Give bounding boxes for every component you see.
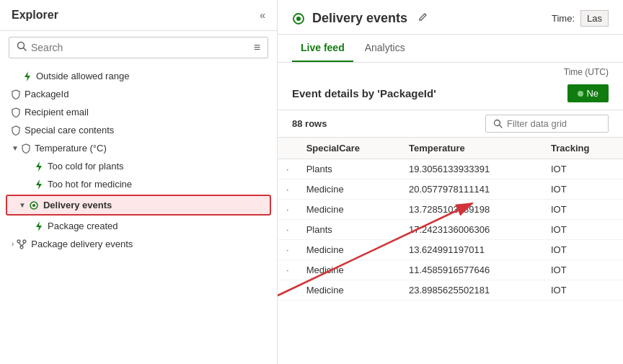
row-temperature: 11.4585916577646 — [400, 260, 542, 280]
svg-line-16 — [500, 125, 503, 128]
sidebar-header: Explorer « — [0, 0, 277, 31]
main-title: Delivery events — [312, 11, 407, 26]
tabs: Live feed Analytics — [278, 35, 623, 63]
sidebar-item-delivery-events[interactable]: ▼ Delivery events — [6, 195, 271, 216]
event-details-bar: Event details by 'PackageId' Ne — [278, 77, 623, 110]
sidebar-item-outside-allowed-range[interactable]: Outside allowed range — [0, 67, 277, 85]
bolt-icon — [35, 179, 43, 190]
filter-icon[interactable]: ≡ — [254, 41, 260, 54]
row-tracking: IOT — [542, 260, 623, 280]
svg-marker-4 — [36, 179, 42, 190]
search-icon — [493, 119, 503, 128]
delivery-events-icon — [292, 12, 305, 25]
branch-icon — [17, 239, 27, 249]
header-right: Time: Las — [552, 10, 609, 27]
shield-icon — [12, 125, 20, 136]
row-dot: · — [278, 220, 298, 240]
row-temperature: 13.7285103789198 — [400, 200, 542, 220]
sidebar-item-label: Outside allowed range — [36, 71, 129, 81]
row-dot: · — [278, 240, 298, 260]
row-special-care: Medicine — [298, 280, 400, 301]
col-special-care: SpecialCare — [298, 138, 400, 159]
sidebar-item-label: Recipient email — [25, 107, 89, 117]
bolt-icon — [35, 161, 43, 172]
tab-analytics[interactable]: Analytics — [356, 35, 414, 62]
rows-count: 88 rows — [292, 118, 327, 129]
row-special-care: Medicine — [298, 240, 400, 260]
sidebar-tree: Outside allowed range PackageId Recipien… — [0, 64, 277, 364]
time-label: Time: — [552, 13, 575, 24]
sidebar-item-too-cold[interactable]: Too cold for plants — [0, 157, 277, 175]
table-row[interactable]: · Medicine 13.624991197011 IOT — [278, 240, 623, 260]
row-dot: · — [278, 280, 298, 301]
filter-input-wrapper[interactable] — [485, 115, 609, 133]
table-row[interactable]: · Medicine 13.7285103789198 IOT — [278, 200, 623, 220]
data-table: SpecialCare Temperature Tracking · Plant… — [278, 138, 623, 364]
row-dot: · — [278, 260, 298, 280]
sidebar-item-packageid[interactable]: PackageId — [0, 85, 277, 103]
svg-point-9 — [23, 240, 26, 243]
row-temperature: 17.2423136006306 — [400, 220, 542, 240]
sidebar-item-label: PackageId — [25, 89, 69, 99]
row-tracking: IOT — [542, 220, 623, 240]
time-value: Las — [580, 10, 609, 27]
row-tracking: IOT — [542, 159, 623, 179]
search-bar[interactable]: ≡ — [9, 37, 268, 58]
radio-icon — [29, 200, 39, 210]
shield-icon — [22, 143, 30, 154]
sidebar-item-label: Too cold for plants — [48, 161, 124, 172]
table-row[interactable]: · Medicine 23.8985625502181 IOT — [278, 280, 623, 301]
sidebar-item-package-created[interactable]: Package created — [0, 217, 277, 235]
row-special-care: Plants — [298, 220, 400, 240]
row-tracking: IOT — [542, 179, 623, 200]
row-special-care: Medicine — [298, 260, 400, 280]
sidebar-collapse-button[interactable]: « — [260, 9, 265, 21]
svg-marker-7 — [36, 221, 42, 231]
row-dot: · — [278, 179, 298, 200]
sidebar-item-temperature[interactable]: ▼ Temperature (°C) — [0, 139, 277, 157]
table-row[interactable]: · Plants 19.3056133933391 IOT — [278, 159, 623, 179]
new-button-dot — [578, 91, 583, 97]
sidebar-item-label: Too hot for medicine — [48, 179, 132, 190]
row-tracking: IOT — [542, 240, 623, 260]
table-row[interactable]: · Medicine 20.0577978111141 IOT — [278, 179, 623, 200]
svg-point-14 — [296, 17, 301, 21]
time-utc-label: Time (UTC) — [278, 63, 623, 77]
row-dot: · — [278, 200, 298, 220]
row-temperature: 23.8985625502181 — [400, 280, 542, 301]
row-special-care: Medicine — [298, 200, 400, 220]
sidebar-item-too-hot[interactable]: Too hot for medicine — [0, 175, 277, 193]
table-row[interactable]: · Medicine 11.4585916577646 IOT — [278, 260, 623, 280]
table-row[interactable]: · Plants 17.2423136006306 IOT — [278, 220, 623, 240]
search-input[interactable] — [31, 42, 254, 53]
svg-line-11 — [19, 243, 22, 246]
bolt-icon — [23, 71, 32, 81]
tab-live-feed[interactable]: Live feed — [292, 35, 353, 62]
new-button[interactable]: Ne — [567, 84, 609, 102]
sidebar-item-special-care[interactable]: Special care contents — [0, 121, 277, 139]
chevron-right-icon: › — [12, 240, 14, 248]
row-dot: · — [278, 159, 298, 179]
sidebar-item-package-delivery[interactable]: › Package delivery events — [0, 235, 277, 253]
row-temperature: 13.624991197011 — [400, 240, 542, 260]
sidebar-title: Explorer — [12, 9, 58, 22]
event-details-title: Event details by 'PackageId' — [292, 87, 436, 99]
bolt-icon — [35, 221, 43, 231]
col-dot — [278, 138, 298, 159]
search-icon — [17, 41, 27, 54]
sidebar-item-label: Special care contents — [25, 125, 114, 136]
svg-line-1 — [24, 48, 27, 51]
edit-icon[interactable] — [417, 12, 428, 25]
col-tracking: Tracking — [542, 138, 623, 159]
row-temperature: 20.0577978111141 — [400, 179, 542, 200]
rows-filter-bar: 88 rows — [278, 110, 623, 138]
main-content: Delivery events Time: Las Live feed Anal… — [278, 0, 623, 364]
row-temperature: 19.3056133933391 — [400, 159, 542, 179]
col-temperature: Temperature — [400, 138, 542, 159]
sidebar-item-label: Package created — [48, 221, 118, 231]
filter-data-grid-input[interactable] — [507, 118, 601, 129]
row-tracking: IOT — [542, 200, 623, 220]
event-table: SpecialCare Temperature Tracking · Plant… — [278, 138, 623, 301]
sidebar-item-recipient-email[interactable]: Recipient email — [0, 103, 277, 121]
sidebar-item-label: Delivery events — [43, 200, 112, 210]
